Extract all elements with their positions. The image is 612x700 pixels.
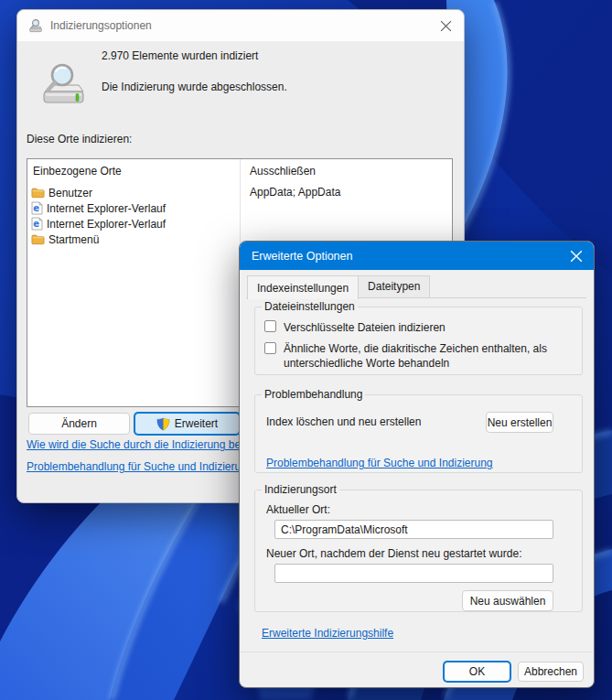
advanced-button-label: Erweitert xyxy=(175,417,218,430)
troubleshoot-search-link[interactable]: Problembehandlung für Suche und Indizier… xyxy=(266,457,493,469)
ie-history-icon: e xyxy=(31,217,43,231)
list-item-benutzer[interactable]: Benutzer xyxy=(31,185,92,200)
select-new-button-label: Neu auswählen xyxy=(470,595,546,608)
ie-history-icon: e xyxy=(31,201,43,215)
rebuild-button[interactable]: Neu erstellen xyxy=(486,412,553,433)
list-item-ie-history-2[interactable]: e Internet Explorer-Verlauf xyxy=(31,216,166,232)
shield-icon xyxy=(156,417,170,431)
close-button[interactable] xyxy=(433,13,458,38)
group-troubleshooting: Problembehandlung Index löschen und neu … xyxy=(254,388,583,473)
dialog-title: Indizierungsoptionen xyxy=(50,19,152,32)
locations-caption: Diese Orte indizieren: xyxy=(27,133,132,145)
list-item-ie-history-1[interactable]: e Internet Explorer-Verlauf xyxy=(31,200,166,216)
titlebar: Indizierungsoptionen xyxy=(17,10,464,41)
folder-icon xyxy=(31,233,45,245)
ok-button-label: OK xyxy=(469,665,485,678)
column-header-included[interactable]: Einbezogene Orte xyxy=(33,165,122,178)
indexing-search-help-link[interactable]: Wie wird die Suche durch die Indizierung… xyxy=(27,438,267,451)
rebuild-index-label: Index löschen und neu erstellen xyxy=(266,415,421,428)
select-new-button[interactable]: Neu auswählen xyxy=(462,590,553,611)
advanced-options-dialog: Erweiterte Optionen Indexeinstellungen D… xyxy=(239,241,595,688)
cancel-button[interactable]: Abbrechen xyxy=(518,662,584,682)
close-icon xyxy=(570,250,583,263)
column-header-exclude[interactable]: Ausschließen xyxy=(250,165,316,178)
dialog-title: Erweiterte Optionen xyxy=(252,250,352,263)
index-search-icon xyxy=(28,18,43,33)
drive-search-icon xyxy=(38,61,87,111)
indexed-count-text: 2.970 Elemente wurden indiziert xyxy=(102,49,258,62)
group-troubleshooting-label: Problembehandlung xyxy=(262,388,365,401)
exclude-value: AppData; AppData xyxy=(250,186,340,199)
checkbox-index-encrypted-label: Verschlüsselte Dateien indizieren xyxy=(284,320,446,335)
ok-button[interactable]: OK xyxy=(444,662,510,682)
current-location-field[interactable] xyxy=(274,520,553,539)
folder-icon xyxy=(31,187,45,199)
rebuild-button-label: Neu erstellen xyxy=(488,416,553,429)
checkbox-diacritics-label: Ähnliche Worte, die diakritische Zeichen… xyxy=(284,341,571,371)
modify-button[interactable]: Ändern xyxy=(28,413,130,435)
new-location-field[interactable] xyxy=(274,564,553,583)
list-item-startmenu[interactable]: Startmenü xyxy=(31,232,99,247)
advanced-indexing-help-link[interactable]: Erweiterte Indizierungshilfe xyxy=(262,627,393,640)
group-index-location-label: Indizierungsort xyxy=(262,483,339,496)
new-location-label: Neuer Ort, nachdem der Dienst neu gestar… xyxy=(266,547,521,560)
tab-index-settings[interactable]: Indexeinstellungen xyxy=(247,275,359,299)
tab-strip: Indexeinstellungen Dateitypen xyxy=(247,275,430,299)
list-item-label: Startmenü xyxy=(48,233,99,246)
group-file-settings: Dateieinstellungen Verschlüsselte Dateie… xyxy=(254,300,583,375)
list-item-label: Internet Explorer-Verlauf xyxy=(47,218,166,231)
troubleshoot-search-link[interactable]: Problembehandlung für Suche und Indizier… xyxy=(27,460,253,473)
indexing-complete-text: Die Indizierung wurde abgeschlossen. xyxy=(102,81,287,93)
svg-text:e: e xyxy=(33,219,39,229)
list-item-label: Internet Explorer-Verlauf xyxy=(47,202,166,215)
svg-text:e: e xyxy=(33,203,39,213)
tab-file-types[interactable]: Dateitypen xyxy=(359,275,430,298)
group-index-location: Indizierungsort Aktueller Ort: Neuer Ort… xyxy=(254,483,583,612)
close-button[interactable] xyxy=(561,242,592,269)
cancel-button-label: Abbrechen xyxy=(524,665,577,678)
modify-button-label: Ändern xyxy=(61,417,97,430)
titlebar: Erweiterte Optionen xyxy=(240,242,594,270)
button-strip-separator xyxy=(241,652,593,652)
list-item-label: Benutzer xyxy=(48,187,92,199)
group-file-settings-label: Dateieinstellungen xyxy=(262,300,358,313)
checkbox-index-encrypted[interactable] xyxy=(264,320,276,332)
checkbox-diacritics[interactable] xyxy=(264,342,276,354)
close-icon xyxy=(440,20,452,32)
current-location-label: Aktueller Ort: xyxy=(266,503,330,516)
advanced-button[interactable]: Erweitert xyxy=(134,413,240,435)
list-header: Einbezogene Orte Ausschließen xyxy=(27,159,452,183)
